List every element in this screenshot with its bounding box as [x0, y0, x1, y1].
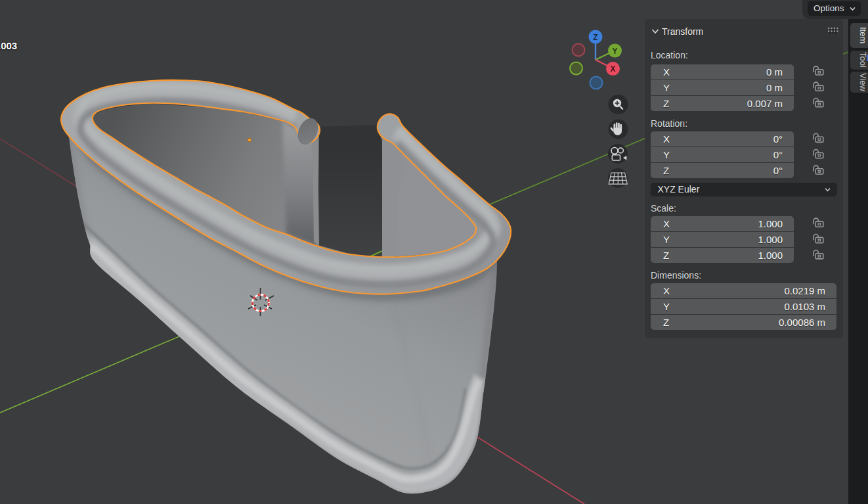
svg-text:Y: Y — [612, 47, 617, 56]
svg-text:Z: Z — [593, 33, 597, 42]
svg-text:X: X — [610, 64, 615, 74]
